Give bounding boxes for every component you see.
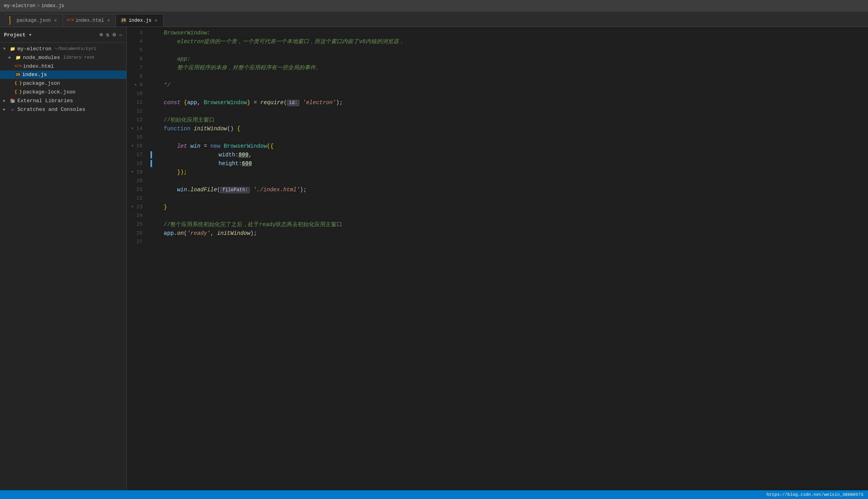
library-root-label: library root [63,55,95,60]
sidebar-tree: ▼ 📁 my-electron ~/Documents/cyri ▶ 📁 nod… [0,43,126,490]
expand-icon[interactable]: ⇅ [106,31,109,38]
sidebar-item-scratches[interactable]: ▶ ✏ Scratches and Consoles [0,105,126,114]
sidebar-item-package-json[interactable]: ▶ { } package.json [0,79,126,88]
sidebar-item-label: my-electron [17,46,51,52]
ln-3: 3 [127,29,144,37]
ln-19: ▼ 19 [127,168,144,177]
tab-label-package-json: package.json [17,18,51,23]
settings-icon[interactable]: ⚙ [112,31,116,38]
editor-area: 3 4 5 6 7 8 ▼ 9 10 11 12 13 ▼ 14 15 [127,27,868,490]
arrow-scratch: ▶ [3,107,8,112]
title-bar: my-electron > index.js [0,0,868,12]
tab-close-index-js[interactable]: ✕ [154,17,158,24]
code-line-21: win.loadFile(filePath: './index.html'); [149,185,868,194]
title-bar-file: index.js [41,3,64,9]
ln-20: 20 [127,177,144,185]
sidebar-item-index-js[interactable]: ▶ JS index.js [0,70,126,79]
code-lines[interactable]: BrowserWindow: electron提供的一个类，一个类可代表一个本地… [149,27,868,490]
code-line-4: electron提供的一个类，一个类可代表一个本地窗口，而这个窗口内嵌了v8内核… [149,37,868,46]
fold-btn-9[interactable]: ▼ [132,81,139,90]
code-line-5 [149,46,868,55]
sidebar-label-package-lock: package-lock.json [23,89,76,95]
tab-icon-json: { } [9,18,14,23]
tab-close-index-html[interactable]: ✕ [107,17,111,24]
json-file-icon: { } [15,80,21,86]
tab-index-html[interactable]: </> index.html ✕ [63,14,116,27]
sidebar: Project ▾ ⊕ ⇅ ⚙ — ▼ 📁 my-electron ~/Docu… [0,27,127,490]
ln-25: 25 [127,220,144,229]
fold-btn-16[interactable]: ▼ [129,142,135,150]
tab-index-js[interactable]: JS index.js ✕ [116,14,164,27]
ln-13: 13 [127,116,144,124]
fold-btn-23[interactable]: ▼ [129,203,135,211]
ln-24: 24 [127,211,144,220]
sidebar-label-index-js: index.js [22,72,47,78]
project-dropdown[interactable]: Project ▾ [4,32,32,38]
tab-label-index-js: index.js [129,18,152,23]
ln-8: 8 [127,72,144,81]
code-line-23: } [149,203,868,211]
ln-26: 26 [127,229,144,238]
arrow-icon-2: ▶ [9,55,13,60]
fold-btn-14[interactable]: ▼ [129,124,135,133]
sidebar-item-package-lock[interactable]: ▶ { } package-lock.json [0,88,126,96]
tab-icon-html: </> [68,18,73,23]
collapse-all-icon[interactable]: ⊕ [99,31,103,38]
sidebar-item-my-electron[interactable]: ▼ 📁 my-electron ~/Documents/cyri [0,44,126,53]
ln-21: 21 [127,185,144,194]
code-line-12 [149,107,868,116]
ln-11: 11 [127,98,144,107]
ln-27: 27 [127,238,144,246]
code-line-9: */ [149,81,868,90]
line-numbers: 3 4 5 6 7 8 ▼ 9 10 11 12 13 ▼ 14 15 [127,27,149,490]
code-line-18: height:600 [149,159,868,168]
code-line-3: BrowserWindow: [149,29,868,37]
code-line-22 [149,194,868,203]
code-line-26: app.on('ready', initWindow); [149,229,868,238]
dir-icon: 📁 [10,46,16,52]
tab-close-package-json[interactable]: ✕ [53,17,57,24]
ext-lib-icon: 📚 [10,97,16,104]
scratch-icon: ✏ [10,106,16,112]
app-name: my-electron [4,3,35,9]
ln-15: 15 [127,133,144,142]
sidebar-label-scratches: Scratches and Consoles [17,107,86,112]
code-line-25: //整个应用系统初始化完了之后，处于ready状态再去初始化应用主窗口 [149,220,868,229]
code-line-13: //初始化应用主窗口 [149,116,868,124]
code-line-7: 整个应用程序的本身，对整个应用程序有一些全局的事件。 [149,63,868,72]
ln-17: 17 [127,150,144,159]
code-line-8 [149,72,868,81]
sidebar-item-index-html[interactable]: ▶ </> index.html [0,62,126,70]
code-container[interactable]: 3 4 5 6 7 8 ▼ 9 10 11 12 13 ▼ 14 15 [127,27,868,490]
code-line-15 [149,133,868,142]
ln-5: 5 [127,46,144,55]
sidebar-label-package-json: package.json [23,80,60,86]
tab-package-json[interactable]: { } package.json ✕ [4,14,63,27]
code-line-17: width:800, [149,150,868,159]
sidebar-title: Project ▾ [4,32,32,38]
minimize-icon[interactable]: — [119,32,122,38]
ln-4: 4 [127,37,144,46]
sidebar-item-node-modules[interactable]: ▶ 📁 node_modules library root [0,53,126,62]
ln-16: ▼ 16 [127,142,144,150]
title-bar-app: my-electron > index.js [4,3,64,9]
sidebar-label-external-libs: External Libraries [17,98,73,104]
title-bar-sep: > [37,3,40,9]
arrow-icon: ▼ [3,47,8,51]
tab-label-index-html: index.html [76,18,104,23]
sidebar-item-path: ~/Documents/cyri [55,46,97,51]
sidebar-controls: ⊕ ⇅ ⚙ — [99,31,122,38]
ln-6: 6 [127,55,144,63]
code-line-6: app: [149,55,868,63]
ln-9: ▼ 9 [127,81,144,90]
code-line-14: function initWindow() { [149,124,868,133]
dir-icon-2: 📁 [15,54,21,61]
tab-icon-js: JS [121,18,126,23]
status-bar-url: https://blog.csdn.net/weixin_38080573 [767,492,863,497]
tab-bar: { } package.json ✕ </> index.html ✕ JS i… [0,12,868,27]
sidebar-item-external-libs[interactable]: ▶ 📚 External Libraries [0,96,126,105]
ln-7: 7 [127,63,144,72]
code-line-10 [149,90,868,98]
fold-btn-19[interactable]: ▼ [129,168,135,177]
json-lock-icon: { } [15,89,21,95]
